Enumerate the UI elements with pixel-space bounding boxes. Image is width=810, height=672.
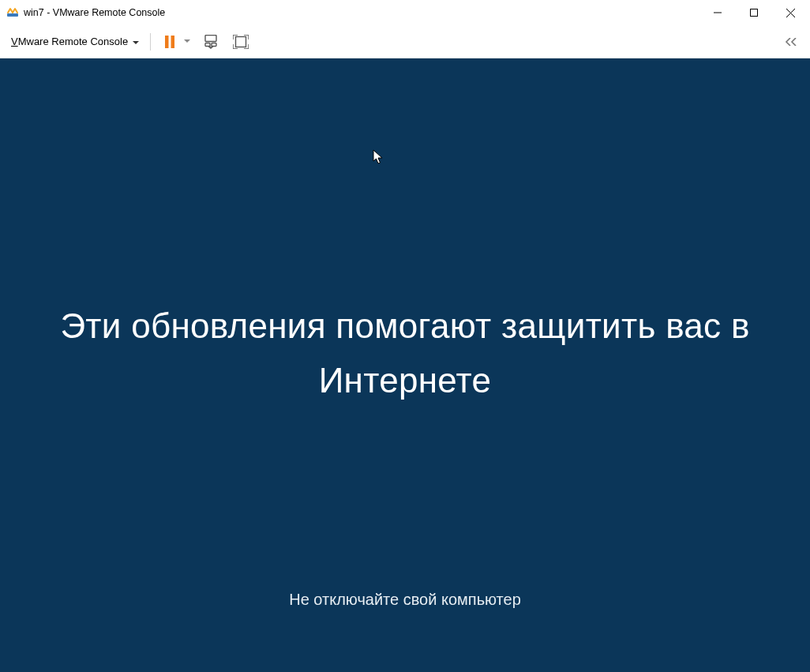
svg-rect-5 (165, 36, 169, 48)
window-title: win7 - VMware Remote Console (24, 7, 165, 18)
close-icon (786, 9, 795, 17)
toolbar: VMware Remote Console (0, 25, 810, 58)
update-sub-message: Не отключайте свой компьютер (289, 591, 521, 609)
menu-label-mnemonic: V (11, 36, 18, 47)
send-keys-icon (203, 35, 219, 49)
menu-label-rest: Mware Remote Console (18, 36, 128, 47)
svg-rect-11 (236, 36, 246, 47)
mouse-cursor-icon (373, 149, 384, 168)
svg-rect-9 (212, 43, 216, 46)
titlebar: win7 - VMware Remote Console (0, 0, 810, 25)
window-controls (699, 0, 808, 25)
svg-rect-7 (205, 35, 216, 41)
fullscreen-icon (233, 35, 249, 49)
vm-guest-screen[interactable]: Эти обновления помогают защитить вас в И… (0, 58, 810, 672)
pause-icon (163, 35, 176, 49)
svg-rect-6 (171, 36, 175, 48)
minimize-button[interactable] (699, 0, 736, 25)
fullscreen-button[interactable] (228, 32, 253, 52)
chevron-down-icon (133, 36, 139, 47)
svg-rect-8 (205, 43, 210, 46)
svg-rect-2 (751, 9, 758, 17)
vmware-app-icon (6, 6, 19, 19)
maximize-icon (750, 9, 758, 17)
minimize-icon (714, 9, 722, 17)
svg-rect-0 (7, 13, 18, 17)
pause-dropdown[interactable] (182, 36, 192, 47)
update-main-message: Эти обновления помогают защитить вас в И… (18, 299, 792, 407)
close-button[interactable] (772, 0, 808, 25)
collapse-toolbar-button[interactable] (778, 35, 802, 49)
pause-button[interactable] (159, 32, 181, 52)
chevron-down-icon (184, 39, 190, 43)
send-ctrl-alt-del-button[interactable] (198, 32, 223, 52)
double-chevron-left-icon (783, 38, 797, 46)
vmware-console-menu[interactable]: VMware Remote Console (8, 32, 142, 51)
toolbar-separator (150, 33, 151, 51)
maximize-button[interactable] (736, 0, 772, 25)
